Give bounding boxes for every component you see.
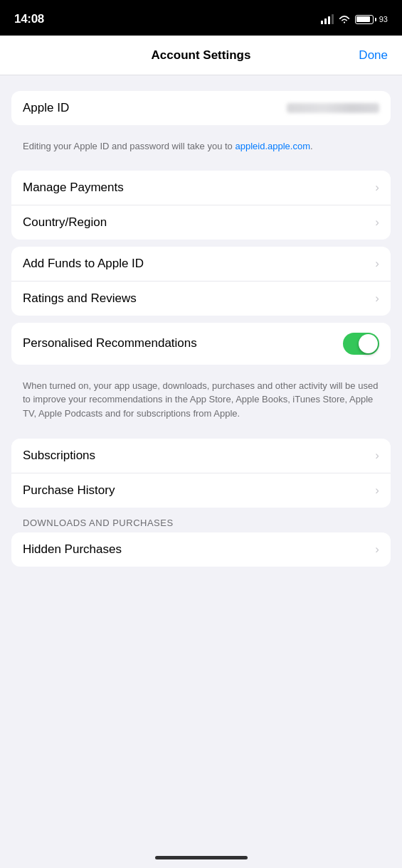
appleid-link[interactable]: appleid.apple.com — [235, 141, 310, 151]
battery-percentage: 93 — [379, 15, 388, 23]
personalised-description: When turned on, your app usage, download… — [11, 372, 391, 432]
purchase-history-label: Purchase History — [23, 483, 115, 498]
status-icons: 93 — [321, 14, 388, 24]
manage-payments-label: Manage Payments — [23, 181, 124, 195]
ratings-reviews-row[interactable]: Ratings and Reviews › — [11, 282, 391, 316]
svg-rect-2 — [328, 16, 330, 24]
hidden-purchases-card: Hidden Purchases › — [11, 532, 391, 567]
purchase-history-chevron: › — [375, 483, 379, 498]
battery-icon: 93 — [355, 15, 388, 24]
subscriptions-label: Subscriptions — [23, 449, 95, 463]
personalised-card: Personalised Recommendations — [11, 323, 391, 365]
signal-icon — [321, 14, 334, 24]
personalised-description-text: When turned on, your app usage, download… — [23, 380, 378, 419]
funds-ratings-card: Add Funds to Apple ID › Ratings and Revi… — [11, 247, 391, 316]
status-time: 14:08 — [14, 12, 44, 26]
add-funds-chevron: › — [375, 257, 379, 271]
apple-id-value-container — [287, 103, 379, 113]
apple-id-info: Editing your Apple ID and password will … — [11, 132, 391, 164]
purchase-history-row[interactable]: Purchase History › — [11, 473, 391, 508]
page-title: Account Settings — [152, 48, 251, 63]
apple-id-link-suffix: . — [310, 141, 313, 151]
personalised-toggle[interactable] — [343, 333, 379, 355]
apple-id-card: Apple ID — [11, 91, 391, 125]
svg-rect-1 — [324, 18, 327, 24]
svg-rect-0 — [321, 21, 323, 24]
personalised-row: Personalised Recommendations — [11, 323, 391, 365]
apple-id-row[interactable]: Apple ID — [11, 91, 391, 125]
add-funds-label: Add Funds to Apple ID — [23, 257, 144, 271]
ratings-reviews-label: Ratings and Reviews — [23, 291, 137, 306]
manage-payments-chevron: › — [375, 181, 379, 195]
country-region-chevron: › — [375, 215, 379, 230]
nav-bar: Account Settings Done — [0, 36, 402, 75]
status-bar: 14:08 93 — [0, 0, 402, 36]
country-region-row[interactable]: Country/Region › — [11, 205, 391, 240]
apple-id-info-text: Editing your Apple ID and password will … — [23, 141, 235, 151]
wifi-icon — [338, 14, 351, 24]
downloads-section: DOWNLOADS AND PURCHASES Hidden Purchases… — [11, 515, 391, 567]
country-region-label: Country/Region — [23, 215, 107, 230]
apple-id-value-blurred — [287, 103, 379, 113]
downloads-section-header: DOWNLOADS AND PURCHASES — [11, 518, 391, 532]
home-indicator — [155, 856, 248, 859]
hidden-purchases-chevron: › — [375, 542, 379, 557]
content: Apple ID Editing your Apple ID and passw… — [0, 75, 402, 595]
done-button[interactable]: Done — [359, 48, 388, 63]
manage-payments-row[interactable]: Manage Payments › — [11, 171, 391, 205]
ratings-reviews-chevron: › — [375, 291, 379, 306]
subscriptions-card: Subscriptions › Purchase History › — [11, 439, 391, 508]
add-funds-row[interactable]: Add Funds to Apple ID › — [11, 247, 391, 282]
hidden-purchases-label: Hidden Purchases — [23, 542, 122, 557]
toggle-thumb — [359, 334, 378, 353]
subscriptions-row[interactable]: Subscriptions › — [11, 439, 391, 473]
svg-rect-3 — [332, 14, 334, 24]
subscriptions-chevron: › — [375, 449, 379, 463]
apple-id-label: Apple ID — [23, 101, 69, 115]
personalised-label: Personalised Recommendations — [23, 336, 197, 350]
hidden-purchases-row[interactable]: Hidden Purchases › — [11, 532, 391, 567]
payments-group-card: Manage Payments › Country/Region › — [11, 171, 391, 240]
